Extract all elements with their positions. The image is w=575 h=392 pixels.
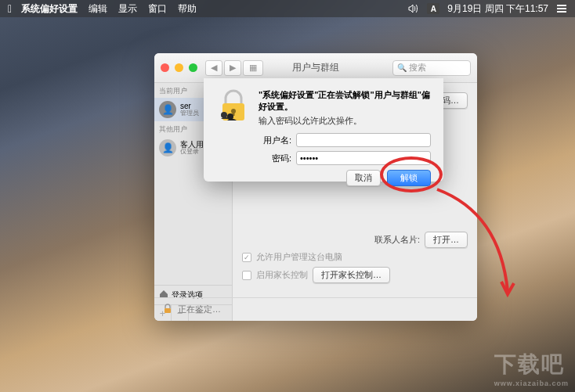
parental-label: 启用家长控制 bbox=[256, 269, 308, 281]
sheet-subtitle: 输入密码以允许此次操作。 bbox=[259, 115, 431, 127]
search-icon: 🔍 bbox=[397, 63, 407, 72]
ime-indicator[interactable]: A bbox=[427, 3, 439, 14]
allow-admin-label: 允许用户管理这台电脑 bbox=[256, 251, 342, 263]
search-field[interactable]: 🔍 搜索 bbox=[392, 60, 471, 76]
menu-help[interactable]: 帮助 bbox=[178, 2, 197, 16]
svg-point-7 bbox=[221, 112, 227, 118]
lock-large-icon bbox=[216, 89, 251, 124]
lock-icon bbox=[162, 304, 173, 316]
watermark: 下载吧 www.xiazaiba.com bbox=[494, 350, 569, 387]
cancel-button[interactable]: 取消 bbox=[346, 170, 381, 186]
grid-button[interactable]: ▦ bbox=[243, 60, 263, 76]
menu-view[interactable]: 显示 bbox=[118, 2, 137, 16]
password-input[interactable] bbox=[296, 151, 431, 165]
window-title: 用户与群组 bbox=[292, 61, 339, 74]
volume-icon[interactable] bbox=[408, 4, 419, 13]
allow-admin-checkbox[interactable]: ✓ bbox=[242, 253, 251, 262]
svg-rect-0 bbox=[557, 5, 566, 6]
auth-sheet: "系统偏好设置"正在尝试解锁"用户与群组"偏好设置。 输入密码以允许此次操作。 … bbox=[204, 78, 443, 182]
lock-bar[interactable]: 正在鉴定… bbox=[154, 297, 477, 321]
back-button[interactable]: ◀ bbox=[205, 60, 222, 76]
zoom-button[interactable] bbox=[189, 63, 197, 72]
open-parental-button[interactable]: 打开家长控制… bbox=[313, 267, 390, 283]
sheet-title: "系统偏好设置"正在尝试解锁"用户与群组"偏好设置。 bbox=[259, 89, 431, 113]
lock-text: 正在鉴定… bbox=[178, 304, 221, 315]
avatar-icon: 👤 bbox=[159, 101, 176, 118]
username-input[interactable] bbox=[296, 133, 431, 147]
unlock-button[interactable]: 解锁 bbox=[387, 170, 431, 186]
menubar:  系统偏好设置 编辑 显示 窗口 帮助 A 9月19日 周四 下午11:57 bbox=[0, 0, 575, 17]
close-button[interactable] bbox=[161, 63, 169, 72]
notification-icon[interactable] bbox=[556, 4, 567, 13]
svg-rect-2 bbox=[557, 11, 566, 13]
password-label: 密码: bbox=[216, 153, 291, 164]
svg-point-8 bbox=[227, 113, 233, 120]
username-label: 用户名: bbox=[216, 135, 291, 146]
menu-window[interactable]: 窗口 bbox=[148, 2, 167, 16]
app-name[interactable]: 系统偏好设置 bbox=[21, 2, 78, 16]
datetime[interactable]: 9月19日 周四 下午11:57 bbox=[447, 2, 548, 16]
parental-checkbox[interactable] bbox=[242, 271, 251, 280]
minimize-button[interactable] bbox=[175, 63, 183, 72]
svg-rect-1 bbox=[557, 8, 566, 9]
svg-rect-3 bbox=[165, 308, 171, 313]
forward-button[interactable]: ▶ bbox=[224, 60, 241, 76]
contact-card-label: 联系人名片: bbox=[374, 234, 420, 246]
avatar-icon: 👤 bbox=[159, 139, 176, 156]
apple-menu[interactable]:  bbox=[8, 2, 12, 15]
menu-edit[interactable]: 编辑 bbox=[89, 2, 107, 16]
open-contact-button[interactable]: 打开… bbox=[425, 232, 468, 248]
